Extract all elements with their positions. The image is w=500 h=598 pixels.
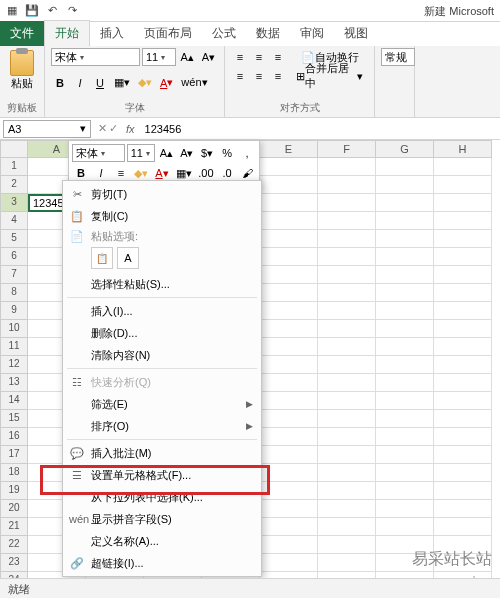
- cell[interactable]: [260, 230, 318, 248]
- row-header[interactable]: 13: [0, 374, 28, 392]
- cell[interactable]: [318, 410, 376, 428]
- cell[interactable]: [434, 194, 492, 212]
- cell[interactable]: [376, 356, 434, 374]
- enter-icon[interactable]: ✓: [109, 122, 118, 135]
- fill-color-button[interactable]: ◆▾: [135, 74, 155, 92]
- cell[interactable]: [318, 194, 376, 212]
- cell[interactable]: [376, 464, 434, 482]
- select-all-corner[interactable]: [0, 140, 28, 158]
- menu-pick-dropdown[interactable]: 从下拉列表中选择(K)...: [63, 486, 261, 508]
- row-header[interactable]: 2: [0, 176, 28, 194]
- cell[interactable]: [434, 374, 492, 392]
- row-header[interactable]: 12: [0, 356, 28, 374]
- cell[interactable]: [376, 518, 434, 536]
- mini-increase-font[interactable]: A▴: [157, 144, 175, 162]
- row-header[interactable]: 21: [0, 518, 28, 536]
- cell[interactable]: [260, 464, 318, 482]
- menu-hyperlink[interactable]: 🔗超链接(I)...: [63, 552, 261, 574]
- cell[interactable]: [318, 428, 376, 446]
- cell[interactable]: [434, 284, 492, 302]
- row-header[interactable]: 8: [0, 284, 28, 302]
- cell[interactable]: [434, 410, 492, 428]
- mini-accounting[interactable]: $▾: [198, 144, 216, 162]
- cell[interactable]: [318, 446, 376, 464]
- phonetic-button[interactable]: wén▾: [178, 74, 210, 92]
- cell[interactable]: [260, 176, 318, 194]
- cell[interactable]: [434, 446, 492, 464]
- cell[interactable]: [376, 374, 434, 392]
- row-header[interactable]: 16: [0, 428, 28, 446]
- align-center-button[interactable]: ≡: [250, 67, 268, 85]
- increase-font-button[interactable]: A▴: [178, 48, 197, 66]
- tab-review[interactable]: 审阅: [290, 21, 334, 46]
- row-header[interactable]: 4: [0, 212, 28, 230]
- cell[interactable]: [318, 302, 376, 320]
- menu-insert-comment[interactable]: 💬插入批注(M): [63, 442, 261, 464]
- cell[interactable]: [434, 302, 492, 320]
- tab-insert[interactable]: 插入: [90, 21, 134, 46]
- cell[interactable]: [376, 248, 434, 266]
- cell[interactable]: [434, 338, 492, 356]
- font-name-combo[interactable]: 宋体▾: [51, 48, 140, 66]
- tab-file[interactable]: 文件: [0, 21, 44, 46]
- cell[interactable]: [260, 356, 318, 374]
- cell[interactable]: [376, 194, 434, 212]
- menu-cut[interactable]: ✂剪切(T): [63, 183, 261, 205]
- row-header[interactable]: 15: [0, 410, 28, 428]
- cell[interactable]: [318, 212, 376, 230]
- row-header[interactable]: 18: [0, 464, 28, 482]
- menu-filter[interactable]: 筛选(E)▶: [63, 393, 261, 415]
- cell[interactable]: [318, 320, 376, 338]
- cell[interactable]: [434, 428, 492, 446]
- paste-option-all[interactable]: 📋: [91, 247, 113, 269]
- mini-comma[interactable]: ,: [238, 144, 256, 162]
- cell[interactable]: [318, 284, 376, 302]
- menu-paste-special[interactable]: 选择性粘贴(S)...: [63, 273, 261, 295]
- cell[interactable]: [318, 248, 376, 266]
- cell[interactable]: [376, 158, 434, 176]
- row-header[interactable]: 22: [0, 536, 28, 554]
- row-header[interactable]: 1: [0, 158, 28, 176]
- menu-sort[interactable]: 排序(O)▶: [63, 415, 261, 437]
- row-header[interactable]: 5: [0, 230, 28, 248]
- row-header[interactable]: 3: [0, 194, 28, 212]
- mini-percent[interactable]: %: [218, 144, 236, 162]
- menu-copy[interactable]: 📋复制(C): [63, 205, 261, 227]
- cell[interactable]: [318, 230, 376, 248]
- cell[interactable]: [434, 464, 492, 482]
- cell[interactable]: [260, 392, 318, 410]
- cell[interactable]: [434, 212, 492, 230]
- cell[interactable]: [318, 266, 376, 284]
- tab-formulas[interactable]: 公式: [202, 21, 246, 46]
- cell[interactable]: [260, 248, 318, 266]
- col-header[interactable]: E: [260, 140, 318, 158]
- tab-data[interactable]: 数据: [246, 21, 290, 46]
- cell[interactable]: [260, 338, 318, 356]
- row-header[interactable]: 19: [0, 482, 28, 500]
- menu-clear[interactable]: 清除内容(N): [63, 344, 261, 366]
- cell[interactable]: [376, 500, 434, 518]
- fx-icon[interactable]: fx: [122, 123, 139, 135]
- cell[interactable]: [434, 230, 492, 248]
- border-button[interactable]: ▦▾: [111, 74, 133, 92]
- cell[interactable]: [434, 158, 492, 176]
- tab-layout[interactable]: 页面布局: [134, 21, 202, 46]
- align-middle-button[interactable]: ≡: [250, 48, 268, 66]
- col-header[interactable]: F: [318, 140, 376, 158]
- cell[interactable]: [434, 392, 492, 410]
- cell[interactable]: [260, 500, 318, 518]
- redo-icon[interactable]: ↷: [64, 3, 80, 19]
- row-header[interactable]: 14: [0, 392, 28, 410]
- row-header[interactable]: 20: [0, 500, 28, 518]
- cell[interactable]: [318, 374, 376, 392]
- align-right-button[interactable]: ≡: [269, 67, 287, 85]
- align-left-button[interactable]: ≡: [231, 67, 249, 85]
- col-header[interactable]: H: [434, 140, 492, 158]
- cell[interactable]: [260, 428, 318, 446]
- cell[interactable]: [434, 320, 492, 338]
- cell[interactable]: [434, 266, 492, 284]
- tab-view[interactable]: 视图: [334, 21, 378, 46]
- font-size-combo[interactable]: 11▾: [142, 48, 176, 66]
- name-box[interactable]: A3▾: [3, 120, 91, 138]
- cell[interactable]: [260, 158, 318, 176]
